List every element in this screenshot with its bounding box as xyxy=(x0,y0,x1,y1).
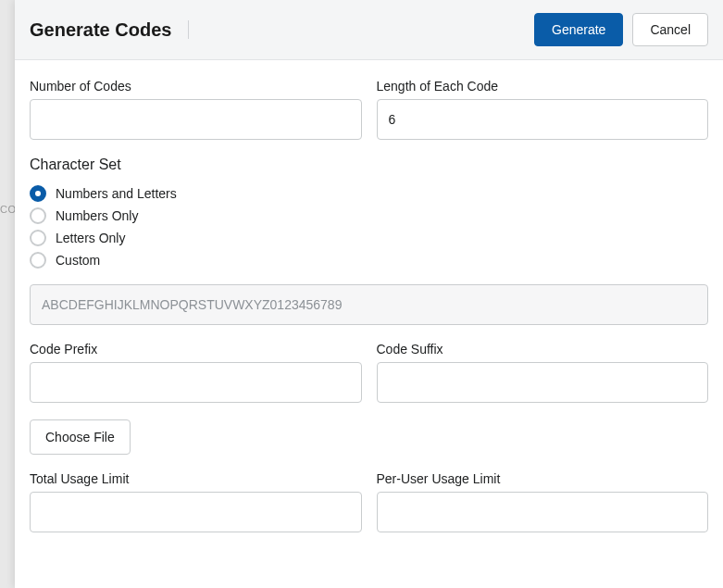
header-divider xyxy=(188,20,189,39)
header-actions: Generate Cancel xyxy=(534,13,708,46)
radio-label: Numbers and Letters xyxy=(56,186,177,201)
radio-circle-icon xyxy=(30,207,46,224)
total-usage-limit-input[interactable] xyxy=(30,492,362,532)
character-set-title: Character Set xyxy=(30,156,708,173)
radio-numbers-and-letters[interactable]: Numbers and Letters xyxy=(30,184,708,203)
modal-title: Generate Codes xyxy=(30,19,171,41)
per-user-usage-limit-input[interactable] xyxy=(377,492,709,532)
custom-charset-input xyxy=(30,284,708,325)
radio-circle-icon xyxy=(30,252,46,269)
number-of-codes-input[interactable] xyxy=(30,99,362,140)
length-of-code-label: Length of Each Code xyxy=(377,79,709,94)
radio-custom[interactable]: Custom xyxy=(30,251,708,269)
radio-circle-icon xyxy=(30,185,46,202)
choose-file-button[interactable]: Choose File xyxy=(30,419,131,455)
number-of-codes-label: Number of Codes xyxy=(30,79,362,94)
generate-codes-modal: Generate Codes Generate Cancel Number of… xyxy=(15,0,723,588)
radio-label: Custom xyxy=(56,253,100,268)
per-user-usage-limit-label: Per-User Usage Limit xyxy=(377,471,709,486)
modal-header: Generate Codes Generate Cancel xyxy=(15,0,723,60)
character-set-radio-group: Numbers and Letters Numbers Only Letters… xyxy=(30,184,708,269)
radio-label: Letters Only xyxy=(56,231,125,245)
radio-label: Numbers Only xyxy=(56,208,138,223)
radio-numbers-only[interactable]: Numbers Only xyxy=(30,206,708,225)
modal-body: Number of Codes Length of Each Code Char… xyxy=(15,60,723,564)
cancel-button[interactable]: Cancel xyxy=(632,13,708,46)
length-of-code-input[interactable] xyxy=(377,99,709,140)
generate-button[interactable]: Generate xyxy=(534,13,623,46)
code-suffix-input[interactable] xyxy=(377,362,709,403)
radio-circle-icon xyxy=(30,230,46,246)
code-prefix-input[interactable] xyxy=(30,362,362,403)
code-prefix-label: Code Prefix xyxy=(30,342,362,357)
total-usage-limit-label: Total Usage Limit xyxy=(30,471,362,486)
radio-letters-only[interactable]: Letters Only xyxy=(30,229,708,247)
code-suffix-label: Code Suffix xyxy=(377,342,709,357)
background-text: CO xyxy=(0,204,17,215)
